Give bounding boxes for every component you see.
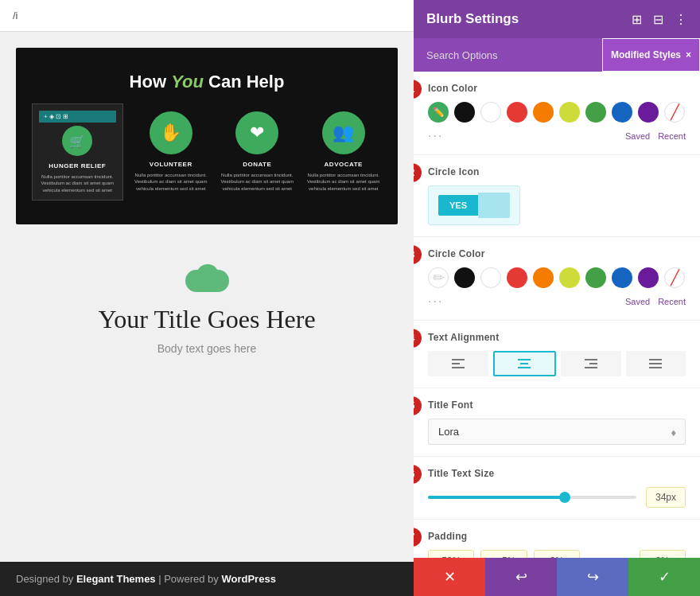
- circle-icon-toggle-yes[interactable]: YES: [438, 195, 478, 216]
- icon-color-slash[interactable]: ╱: [664, 102, 685, 123]
- circle-color-white[interactable]: [480, 267, 501, 288]
- circle-color-red[interactable]: [507, 267, 527, 288]
- title-font-wrapper[interactable]: Lora Arial Georgia Times New Roman Verda…: [428, 419, 686, 445]
- page-main-title: Your Title Goes Here: [16, 305, 398, 334]
- search-bar: Search Options Modified Styles ×: [414, 38, 700, 72]
- svg-rect-2: [452, 367, 465, 368]
- circle-color-links: Saved Recent: [625, 297, 686, 306]
- circle-color-dots: ···: [428, 294, 443, 309]
- icon-color-yellow[interactable]: [559, 102, 580, 123]
- icon-color-pencil[interactable]: ✏️: [428, 102, 449, 123]
- icon-color-blue[interactable]: [612, 102, 632, 123]
- svg-rect-1: [452, 363, 460, 364]
- blurb-hunger-relief: + ◈ ⊡ ⊞ 🛒 HUNGER RELIEF Nulla porttitor …: [32, 103, 123, 201]
- svg-rect-7: [589, 363, 597, 364]
- hero-title-suffix: Can Help: [204, 72, 284, 92]
- circle-color-orange[interactable]: [533, 267, 554, 288]
- circle-color-yellow[interactable]: [559, 267, 580, 288]
- circle-icon-label: Circle Icon: [428, 166, 686, 177]
- cloud-icon: [185, 264, 229, 292]
- padding-section: 7 Padding 50% Top ⇄ 5% Bottom 3% Left: [414, 520, 700, 558]
- action-bar: ✕ ↩ ↪ ✓: [414, 558, 700, 596]
- badge-2: 2: [414, 163, 422, 182]
- padding-bottom-box[interactable]: ⇄ 5%: [480, 550, 527, 558]
- modified-styles-label: Modified Styles: [611, 49, 681, 60]
- circle-color-label: Circle Color: [428, 248, 686, 259]
- search-options-label: Search Options: [426, 49, 602, 61]
- more-options-icon[interactable]: ⋮: [675, 12, 687, 27]
- badge-7: 7: [414, 528, 422, 547]
- svg-rect-0: [452, 359, 465, 360]
- settings-panel: Blurb Settings ⊞ ⊟ ⋮ Search Options Modi…: [414, 0, 700, 596]
- circle-icon-toggle-wrapper[interactable]: YES: [428, 185, 520, 225]
- padding-top: 50% Top: [428, 550, 474, 558]
- link-icon-1: ⇄: [492, 557, 499, 559]
- title-font-label: Title Font: [428, 399, 686, 411]
- save-button[interactable]: ✓: [628, 558, 700, 596]
- modified-styles-badge[interactable]: Modified Styles ×: [602, 38, 700, 72]
- title-font-select[interactable]: Lora Arial Georgia Times New Roman Verda…: [428, 419, 686, 445]
- blurbs-row: + ◈ ⊡ ⊞ 🛒 HUNGER RELIEF Nulla porttitor …: [32, 111, 382, 208]
- padding-right: 3% Right: [640, 550, 686, 558]
- page-footer: Designed by Elegant Themes | Powered by …: [0, 562, 414, 596]
- slider-track[interactable]: [428, 496, 636, 499]
- slider-value-box[interactable]: 34px: [646, 487, 686, 508]
- icon-color-saved[interactable]: Saved: [625, 131, 650, 141]
- circle-color-slash[interactable]: ╱: [664, 267, 685, 288]
- circle-color-transparent[interactable]: ✏: [428, 267, 449, 288]
- modified-styles-close-icon[interactable]: ×: [686, 49, 691, 60]
- page-below-hero: Your Title Goes Here Body text goes here: [0, 240, 414, 379]
- icon-color-purple[interactable]: [638, 102, 659, 123]
- circle-color-recent[interactable]: Recent: [658, 297, 686, 306]
- icon-color-black[interactable]: [454, 102, 475, 123]
- icon-color-white[interactable]: [480, 102, 501, 123]
- icon-color-green[interactable]: [585, 102, 606, 123]
- footer-brand2: WordPress: [221, 573, 275, 585]
- circle-color-footer: ··· Saved Recent: [428, 294, 686, 309]
- padding-top-box[interactable]: 50%: [428, 550, 474, 558]
- hero-section: How You Can Help + ◈ ⊡ ⊞ 🛒 HUNGER RELIEF…: [16, 48, 398, 224]
- expand-icon[interactable]: ⊞: [632, 12, 642, 27]
- blurb-advocate: 👥 ADVOCATE Nulla porttitor accumsan tinc…: [305, 111, 383, 192]
- circle-icon-toggle-bar[interactable]: [478, 193, 510, 218]
- align-center[interactable]: [493, 351, 557, 376]
- panel-body: 1 Icon Color ✏️ ╱ ··· Saved Recent: [414, 72, 700, 558]
- circle-icon-section: 2 Circle Icon YES: [414, 155, 700, 237]
- undo-button[interactable]: ↩: [485, 558, 557, 596]
- icon-color-label: Icon Color: [428, 83, 686, 94]
- svg-rect-8: [585, 367, 597, 368]
- panel-header: Blurb Settings ⊞ ⊟ ⋮: [414, 0, 700, 38]
- align-options: [428, 351, 686, 376]
- align-left[interactable]: [428, 351, 488, 376]
- blurb-title-2: VOLUNTEER: [133, 161, 210, 168]
- padding-right-box[interactable]: 3%: [640, 550, 686, 558]
- footer-brand1: Elegant Themes: [76, 573, 156, 585]
- badge-4: 4: [414, 329, 422, 348]
- blurb-text-2: Nulla porttitor accumsan tincidunt. Vest…: [133, 172, 210, 192]
- align-right[interactable]: [561, 351, 621, 376]
- circle-color-black[interactable]: [454, 267, 475, 288]
- redo-button[interactable]: ↪: [557, 558, 628, 596]
- cancel-button[interactable]: ✕: [414, 558, 485, 596]
- circle-color-purple[interactable]: [638, 267, 659, 288]
- icon-color-recent[interactable]: Recent: [658, 131, 686, 141]
- blurb-text-4: Nulla porttitor accumsan tincidunt. Vest…: [305, 172, 383, 192]
- icon-color-dots: ···: [428, 129, 443, 143]
- circle-color-green[interactable]: [585, 267, 606, 288]
- blurb-circle-2: ✋: [150, 111, 192, 154]
- blurb-title-1: HUNGER RELIEF: [39, 162, 116, 169]
- icon-color-orange[interactable]: [533, 102, 554, 123]
- icon-color-red[interactable]: [507, 102, 527, 123]
- slider-thumb[interactable]: [559, 492, 570, 503]
- svg-rect-10: [649, 363, 662, 364]
- padding-label: Padding: [428, 531, 686, 542]
- circle-color-saved[interactable]: Saved: [625, 297, 650, 306]
- align-justify[interactable]: [626, 351, 686, 376]
- padding-left-box[interactable]: 3%: [534, 550, 580, 558]
- badge-3: 3: [414, 245, 422, 264]
- icon-color-swatches: ✏️ ╱: [428, 102, 686, 123]
- hero-title: How You Can Help: [32, 72, 382, 92]
- circle-color-blue[interactable]: [612, 267, 632, 288]
- circle-color-swatches: ✏ ╱: [428, 267, 686, 288]
- columns-icon[interactable]: ⊟: [653, 12, 663, 27]
